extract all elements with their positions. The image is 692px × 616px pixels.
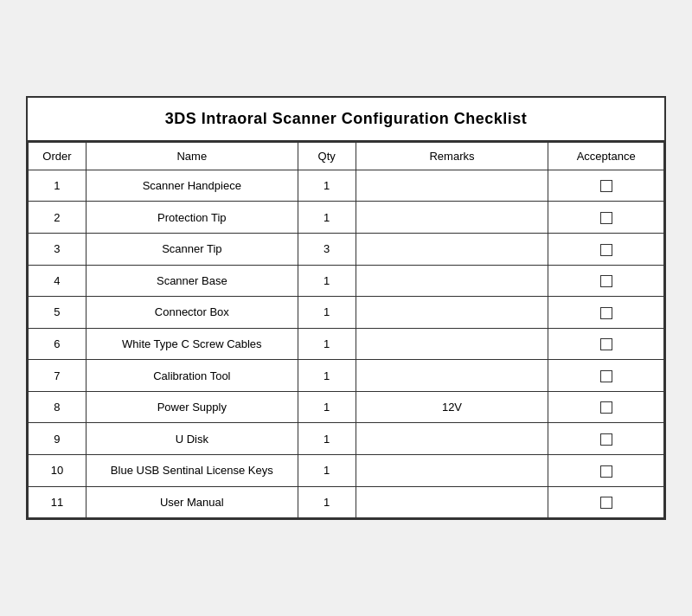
cell-name-8: Power Supply <box>86 391 298 423</box>
table-row: 11User Manual1 <box>29 486 664 518</box>
cell-qty-10: 1 <box>298 454 356 486</box>
cell-remarks-2 <box>356 202 548 234</box>
cell-acceptance-2[interactable] <box>548 202 664 234</box>
checkbox-7[interactable] <box>600 370 612 382</box>
header-qty: Qty <box>298 142 356 170</box>
cell-qty-4: 1 <box>298 265 356 297</box>
cell-acceptance-1[interactable] <box>548 170 664 202</box>
cell-remarks-7 <box>356 360 548 392</box>
checkbox-5[interactable] <box>600 307 612 319</box>
cell-name-4: Scanner Base <box>86 265 298 297</box>
cell-remarks-1 <box>356 170 548 202</box>
header-name: Name <box>86 142 298 170</box>
table-row: 7Calibration Tool1 <box>29 360 664 392</box>
table-body: 1Scanner Handpiece12Protection Tip13Scan… <box>29 170 664 517</box>
cell-remarks-10 <box>356 454 548 486</box>
cell-qty-2: 1 <box>298 202 356 234</box>
cell-name-7: Calibration Tool <box>86 360 298 392</box>
cell-name-6: White Type C Screw Cables <box>86 328 298 360</box>
table-row: 5Connector Box1 <box>29 297 664 329</box>
cell-remarks-5 <box>356 297 548 329</box>
table-row: 3Scanner Tip3 <box>29 234 664 266</box>
cell-name-10: Blue USB Sentinal License Keys <box>86 454 298 486</box>
cell-acceptance-9[interactable] <box>548 423 664 455</box>
cell-acceptance-7[interactable] <box>548 360 664 392</box>
cell-acceptance-8[interactable] <box>548 391 664 423</box>
cell-order-8: 8 <box>29 391 86 423</box>
cell-qty-11: 1 <box>298 486 356 518</box>
table-row: 9U Disk1 <box>29 423 664 455</box>
table-row: 2Protection Tip1 <box>29 202 664 234</box>
cell-name-2: Protection Tip <box>86 202 298 234</box>
cell-qty-9: 1 <box>298 423 356 455</box>
table-header-row: Order Name Qty Remarks Acceptance <box>29 142 664 170</box>
cell-acceptance-6[interactable] <box>548 328 664 360</box>
cell-acceptance-11[interactable] <box>548 486 664 518</box>
cell-remarks-11 <box>356 486 548 518</box>
header-order: Order <box>29 142 86 170</box>
checkbox-8[interactable] <box>600 401 612 414</box>
cell-remarks-4 <box>356 265 548 297</box>
cell-qty-1: 1 <box>298 170 356 202</box>
table-row: 4Scanner Base1 <box>29 265 664 297</box>
cell-acceptance-3[interactable] <box>548 234 664 266</box>
cell-acceptance-4[interactable] <box>548 265 664 297</box>
cell-order-1: 1 <box>29 170 86 202</box>
cell-order-5: 5 <box>29 297 86 329</box>
cell-acceptance-10[interactable] <box>548 454 664 486</box>
table-row: 10Blue USB Sentinal License Keys1 <box>29 454 664 486</box>
checkbox-9[interactable] <box>600 433 612 446</box>
cell-name-9: U Disk <box>86 423 298 455</box>
cell-name-1: Scanner Handpiece <box>86 170 298 202</box>
checklist-title: 3DS Intraoral Scanner Configuration Chec… <box>28 98 664 142</box>
cell-order-7: 7 <box>29 360 86 392</box>
table-row: 6White Type C Screw Cables1 <box>29 328 664 360</box>
checkbox-2[interactable] <box>600 212 612 224</box>
checkbox-1[interactable] <box>600 180 612 192</box>
header-acceptance: Acceptance <box>548 142 664 170</box>
cell-order-9: 9 <box>29 423 86 455</box>
cell-name-5: Connector Box <box>86 297 298 329</box>
cell-qty-6: 1 <box>298 328 356 360</box>
cell-remarks-6 <box>356 328 548 360</box>
cell-acceptance-5[interactable] <box>548 297 664 329</box>
checkbox-4[interactable] <box>600 275 612 287</box>
cell-order-10: 10 <box>29 454 86 486</box>
checkbox-11[interactable] <box>600 497 612 509</box>
checklist-container: 3DS Intraoral Scanner Configuration Chec… <box>26 96 666 520</box>
cell-order-4: 4 <box>29 265 86 297</box>
table-row: 1Scanner Handpiece1 <box>29 170 664 202</box>
cell-qty-8: 1 <box>298 391 356 423</box>
cell-remarks-8: 12V <box>356 391 548 423</box>
checkbox-10[interactable] <box>600 465 612 478</box>
cell-qty-7: 1 <box>298 360 356 392</box>
checkbox-6[interactable] <box>600 338 612 350</box>
cell-order-11: 11 <box>29 486 86 518</box>
checklist-table: Order Name Qty Remarks Acceptance 1Scann… <box>28 142 664 518</box>
cell-name-11: User Manual <box>86 486 298 518</box>
cell-remarks-9 <box>356 423 548 455</box>
header-remarks: Remarks <box>356 142 548 170</box>
checkbox-3[interactable] <box>600 244 612 256</box>
cell-qty-5: 1 <box>298 297 356 329</box>
cell-order-2: 2 <box>29 202 86 234</box>
cell-order-3: 3 <box>29 234 86 266</box>
cell-remarks-3 <box>356 234 548 266</box>
cell-qty-3: 3 <box>298 234 356 266</box>
table-row: 8Power Supply112V <box>29 391 664 423</box>
cell-order-6: 6 <box>29 328 86 360</box>
cell-name-3: Scanner Tip <box>86 234 298 266</box>
